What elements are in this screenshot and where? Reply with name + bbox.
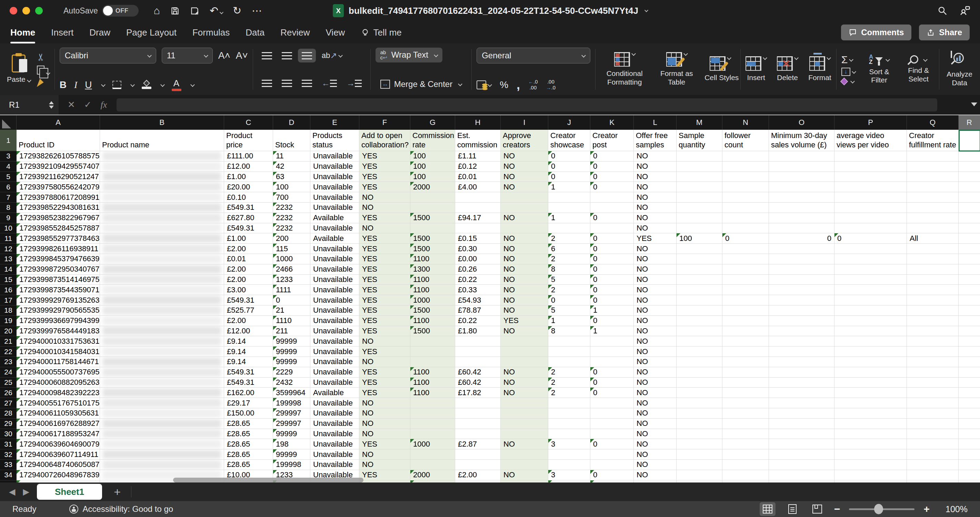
cell-followers-row28[interactable] — [722, 408, 769, 419]
cell-id-row27[interactable]: 1729400551767510175 — [17, 398, 100, 408]
cell-samples-row27[interactable]: NO — [634, 398, 676, 408]
cell-sales30-row5[interactable] — [769, 172, 834, 182]
cell-name-row21[interactable] — [100, 336, 224, 346]
cell-sales30-row13[interactable] — [769, 254, 834, 264]
cell-fulfill-row34[interactable] — [907, 470, 959, 480]
cell-post-row25[interactable]: 0 — [590, 378, 634, 388]
cell-approve-row34[interactable]: NO — [501, 470, 548, 480]
cell-showcase-row31[interactable]: 3 — [548, 439, 590, 449]
cell-sales30-row17[interactable] — [769, 295, 834, 305]
cell-samples-row25[interactable]: NO — [634, 378, 676, 388]
cell-showcase-row19[interactable]: 1 — [548, 316, 590, 326]
cell-samples-row6[interactable]: NO — [634, 182, 676, 192]
increase-indent-icon[interactable]: → — [343, 75, 366, 91]
cell-fulfill-row16[interactable] — [907, 285, 959, 295]
close-window-button[interactable] — [10, 7, 17, 14]
tab-insert[interactable]: Insert — [51, 27, 73, 38]
cell-sales30-row22[interactable] — [769, 346, 834, 357]
cell-est-row7[interactable] — [455, 192, 501, 203]
zoom-slider[interactable] — [849, 508, 915, 510]
zoom-out-button[interactable]: − — [834, 503, 840, 515]
normal-view-button[interactable] — [760, 502, 776, 516]
cell-showcase-row14[interactable]: 8 — [548, 264, 590, 275]
cell-fulfill-row26[interactable] — [907, 388, 959, 398]
cell-collab-row10[interactable]: NO — [359, 223, 410, 234]
cell-followers-row7[interactable] — [722, 192, 769, 203]
cell-post-row3[interactable]: 0 — [590, 151, 634, 161]
cell-sales30-row20[interactable] — [769, 326, 834, 337]
cell-fulfill-row22[interactable] — [907, 346, 959, 357]
cell-status-row12[interactable]: Unavailable — [310, 244, 359, 254]
cell-showcase-row25[interactable]: 2 — [548, 378, 590, 388]
cell-collab-row3[interactable]: YES — [359, 151, 410, 161]
fill-color-icon[interactable] — [142, 81, 151, 89]
cell-est-row13[interactable]: £0.00 — [455, 254, 501, 264]
cell-showcase-row12[interactable]: 6 — [548, 244, 590, 254]
cell-followers-row19[interactable] — [722, 316, 769, 326]
find-select-button[interactable]: Find & Select — [903, 55, 934, 83]
cell-post-row32[interactable] — [590, 449, 634, 460]
cell-fulfill-row6[interactable] — [907, 182, 959, 192]
cell-qty-row8[interactable] — [676, 203, 722, 213]
cell-collab-row33[interactable]: NO — [359, 460, 410, 470]
tab-data[interactable]: Data — [245, 27, 264, 38]
cell-samples-row12[interactable]: NO — [634, 244, 676, 254]
cell-fulfill-row24[interactable] — [907, 367, 959, 378]
cell-fulfill-row19[interactable] — [907, 316, 959, 326]
cell-post-row31[interactable]: 0 — [590, 439, 634, 449]
cell-status-row11[interactable]: Available — [310, 233, 359, 244]
cell-est-row17[interactable]: £54.93 — [455, 295, 501, 305]
cell-fulfill-row5[interactable] — [907, 172, 959, 182]
cell-rate-row3[interactable]: 100 — [410, 151, 455, 161]
bold-icon[interactable]: B — [60, 80, 67, 91]
cell-rate-row17[interactable]: 1000 — [410, 295, 455, 305]
cell-showcase-row7[interactable] — [548, 192, 590, 203]
cell-status-row13[interactable]: Unavailable — [310, 254, 359, 264]
cell-est-row24[interactable]: £60.42 — [455, 367, 501, 378]
cell-collab-row34[interactable]: YES — [359, 470, 410, 480]
tab-review[interactable]: Review — [280, 27, 310, 38]
cell-fulfill-row28[interactable] — [907, 408, 959, 419]
cell-showcase-row24[interactable]: 2 — [548, 367, 590, 378]
cell-rate-row28[interactable] — [410, 408, 455, 419]
cell-est-row27[interactable] — [455, 398, 501, 408]
cell-id-row9[interactable]: 1729398523822967967 — [17, 213, 100, 223]
column-header-c[interactable]: C — [224, 115, 273, 130]
row-number-24[interactable]: 24 — [0, 367, 17, 378]
cell-sales30-row26[interactable] — [769, 388, 834, 398]
cell-id-row8[interactable]: 1729398522943081631 — [17, 203, 100, 213]
cell-approve-row15[interactable]: NO — [501, 275, 548, 285]
cell-samples-row7[interactable]: NO — [634, 192, 676, 203]
row-number-5[interactable]: 5 — [0, 172, 17, 182]
cell-samples-row31[interactable]: NO — [634, 439, 676, 449]
fill-button[interactable]: ↓ — [842, 68, 856, 76]
delete-cells-button[interactable]: ✕ Delete — [777, 56, 798, 82]
cell-status-row28[interactable]: Unavailable — [310, 408, 359, 419]
font-size-select[interactable]: 11 — [162, 48, 213, 64]
cell-collab-row30[interactable]: NO — [359, 429, 410, 439]
comma-style-icon[interactable]: , — [517, 79, 520, 91]
row-number-30[interactable]: 30 — [0, 429, 17, 439]
cell-samples-row15[interactable]: NO — [634, 275, 676, 285]
cell-stock-row11[interactable]: 200 — [273, 233, 310, 244]
cell-id-row13[interactable]: 1729399845379476639 — [17, 254, 100, 264]
cell-views-row20[interactable] — [834, 326, 907, 337]
cell-sales30-row10[interactable] — [769, 223, 834, 234]
row-number-26[interactable]: 26 — [0, 388, 17, 398]
header-cell-name[interactable]: Product name — [100, 130, 224, 151]
cell-showcase-row10[interactable] — [548, 223, 590, 234]
format-as-table-button[interactable]: Format as Table — [658, 52, 695, 86]
cell-showcase-row33[interactable] — [548, 460, 590, 470]
cell-fulfill-row7[interactable] — [907, 192, 959, 203]
cell-qty-row6[interactable] — [676, 182, 722, 192]
cell-approve-row23[interactable] — [501, 357, 548, 367]
cell-name-row13[interactable] — [100, 254, 224, 264]
cell-sales30-row3[interactable] — [769, 151, 834, 161]
cell-id-row7[interactable]: 1729397880617208991 — [17, 192, 100, 203]
cell-qty-row5[interactable] — [676, 172, 722, 182]
cell-qty-row27[interactable] — [676, 398, 722, 408]
cell-sales30-row14[interactable] — [769, 264, 834, 275]
undo-icon[interactable]: ↶ — [210, 6, 223, 16]
row-number-20[interactable]: 20 — [0, 326, 17, 337]
cell-collab-row11[interactable]: YES — [359, 233, 410, 244]
